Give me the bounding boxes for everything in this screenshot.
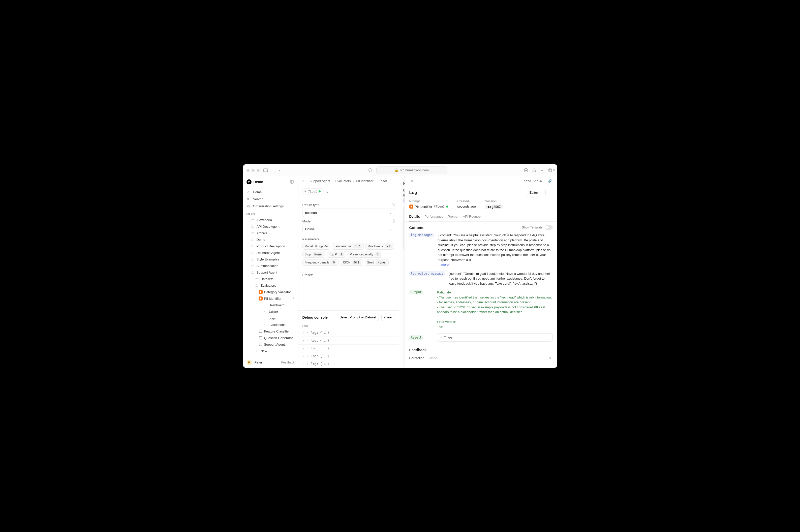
debug-log-row[interactable]: ↗›log: { … } xyxy=(298,352,399,360)
debug-log-row[interactable]: ↗›log: { … } xyxy=(298,329,399,337)
tree-item[interactable]: ·Evaluations xyxy=(243,321,298,328)
back-button[interactable]: ‹ xyxy=(276,167,283,174)
download-icon[interactable] xyxy=(522,167,529,174)
tree-item[interactable]: ⌄🗀Evaluators xyxy=(243,282,298,289)
feedback-link[interactable]: Feedback xyxy=(281,361,295,364)
tree-item[interactable]: ·Logs xyxy=(243,315,298,321)
crumb-2[interactable]: Evaluators xyxy=(335,179,351,183)
debug-log-row[interactable]: ↗›log: { … } xyxy=(298,360,399,368)
expand-more-link[interactable]: ... more xyxy=(438,263,449,266)
folder-icon: 🗀 xyxy=(250,264,255,268)
share-icon[interactable] xyxy=(531,167,538,174)
breadcrumb-home-icon[interactable]: ⌂ xyxy=(302,179,304,183)
collapse-sidebar-icon[interactable] xyxy=(289,179,295,185)
session-pill[interactable]: ◀◀g2S6Z xyxy=(485,205,503,209)
tree-item[interactable]: ›🗀Summarisation xyxy=(243,263,298,269)
more-icon[interactable]: ⋮ xyxy=(547,347,553,353)
close-icon[interactable]: ✕ xyxy=(409,178,414,184)
crumb-3[interactable]: PII Identifier xyxy=(356,179,373,183)
open-in-editor-button[interactable]: Editor→ xyxy=(527,189,546,196)
param-chip[interactable]: Max tokens-1 xyxy=(365,243,394,250)
tree-item[interactable]: ✦PII Identifier⋮ xyxy=(243,295,298,302)
param-chip[interactable]: StopNone xyxy=(302,251,325,258)
breadcrumb: ⌂ › Support Agent› Evaluators› PII Ident… xyxy=(298,176,399,186)
next-log-icon[interactable]: ⌄ xyxy=(424,178,429,184)
select-prompt-button[interactable]: Select Prompt or Dataset xyxy=(337,314,379,321)
nav-org-settings[interactable]: ⚙︎Organization settings xyxy=(243,203,298,210)
tree-item[interactable]: ›🗀Style Examples xyxy=(243,256,298,263)
prompt-icon xyxy=(259,342,263,346)
tree-item[interactable]: Question Generator xyxy=(243,335,298,341)
tree-item[interactable]: ›🗀Datasets xyxy=(243,276,298,282)
version-dropdown-icon[interactable]: ⌄ xyxy=(325,188,330,194)
file-tree: ›🗀Alexandria›🗀API Docs Agent›🗀Archive›🗀D… xyxy=(243,216,298,357)
param-chip[interactable]: Presence penalty0 xyxy=(348,251,383,258)
nav-search[interactable]: 🔍︎Search xyxy=(243,195,298,203)
add-tab-icon[interactable]: + xyxy=(539,167,546,174)
tree-item[interactable]: ·Dashboard xyxy=(243,302,298,308)
folder-icon: 🗀 xyxy=(250,251,255,255)
param-chip[interactable]: Top P1 xyxy=(327,251,346,258)
param-chip[interactable]: JSONOff xyxy=(340,259,363,266)
more-icon[interactable]: ⋮ xyxy=(547,190,553,196)
copy-link-icon[interactable]: 🔗 xyxy=(546,178,553,184)
url-bar[interactable]: 🔒 stg.humanloop.com ↻ xyxy=(376,167,447,174)
prompt-version: #7LguI xyxy=(434,205,445,208)
presets-label[interactable]: Presets xyxy=(302,270,395,277)
return-type-select[interactable]: boolean⌄ xyxy=(302,209,395,217)
show-template-toggle[interactable] xyxy=(545,225,553,230)
param-chip[interactable]: Model✺gpt-4o xyxy=(302,243,331,250)
evaluator-icon: ✦ xyxy=(409,205,413,209)
sidebar-toggle-icon[interactable] xyxy=(262,167,269,174)
forward-button[interactable]: › xyxy=(284,167,291,174)
tree-item[interactable]: ⌄🗀Support Agent xyxy=(243,269,298,276)
mode-select[interactable]: Online⌄ xyxy=(302,225,395,233)
org-name[interactable]: Demo xyxy=(254,180,287,184)
tree-item-label: Alexandria xyxy=(257,218,296,222)
tree-item[interactable]: ›🗀API Docs Agent xyxy=(243,223,298,230)
folder-icon: 🗀 xyxy=(250,231,255,235)
tree-item[interactable]: ✦Category Validator xyxy=(243,289,298,295)
nav-home[interactable]: ⌂Home xyxy=(243,188,298,195)
tree-item[interactable]: ›🗀Product Description xyxy=(243,243,298,249)
info-icon[interactable]: ⓘ xyxy=(392,219,395,224)
crumb-1[interactable]: Support Agent xyxy=(310,179,330,183)
debug-log-row[interactable]: ↗›log: { … } xyxy=(298,344,399,352)
version-selector[interactable]: #7LguI xyxy=(302,188,323,194)
param-key: Temperature xyxy=(334,245,351,248)
more-icon[interactable]: ⋮ xyxy=(291,297,296,301)
log-tab[interactable]: API Request xyxy=(463,213,481,222)
log-tab[interactable]: Details xyxy=(409,213,420,222)
tree-item[interactable]: ›🗀Research Agent xyxy=(243,249,298,256)
correction-label: Correction xyxy=(409,356,425,360)
param-chip[interactable]: Frequency penalty0 xyxy=(302,259,339,266)
tree-item[interactable]: ›🗀Archive xyxy=(243,230,298,236)
edit-icon[interactable]: ✎ xyxy=(548,355,553,361)
chevron-icon: › xyxy=(307,362,309,366)
param-chip[interactable]: Temperature0.7 xyxy=(332,243,364,250)
user-avatar[interactable]: P xyxy=(246,360,252,365)
debug-log-row[interactable]: ↗›log: { … } xyxy=(298,337,399,344)
tree-item[interactable]: Support Agent xyxy=(243,341,298,348)
crumb-4[interactable]: Editor xyxy=(378,179,387,183)
clear-button[interactable]: Clear xyxy=(382,314,395,321)
tree-item[interactable]: ›🗀Alexandria xyxy=(243,216,298,223)
tree-item[interactable]: Feature Classifier xyxy=(243,328,298,335)
tree-item[interactable]: ›🗀Demo xyxy=(243,236,298,243)
tree-item[interactable]: +New xyxy=(243,348,298,354)
log-tab[interactable]: Prompt xyxy=(448,213,459,222)
log-tab[interactable]: Performance xyxy=(425,213,443,222)
reload-icon[interactable]: ↻ xyxy=(553,168,555,172)
window-controls[interactable] xyxy=(246,169,260,172)
tree-item-label: Question Generator xyxy=(264,336,296,340)
tree-item[interactable]: ·Editor xyxy=(243,308,298,315)
prev-log-icon[interactable]: ⌃ xyxy=(418,178,423,184)
prompt-name[interactable]: PII Identifier xyxy=(415,205,432,209)
tree-item-label: Research Agent xyxy=(257,251,296,255)
shield-icon[interactable] xyxy=(367,167,374,174)
param-chip[interactable]: SeedNone xyxy=(365,259,389,266)
info-icon[interactable]: ⓘ xyxy=(392,203,395,207)
output-value: Rationale: - The user has identified the… xyxy=(437,290,553,329)
tree-item-label: Evaluators xyxy=(261,284,296,287)
chevron-down-icon[interactable]: ⌄ xyxy=(270,167,274,174)
